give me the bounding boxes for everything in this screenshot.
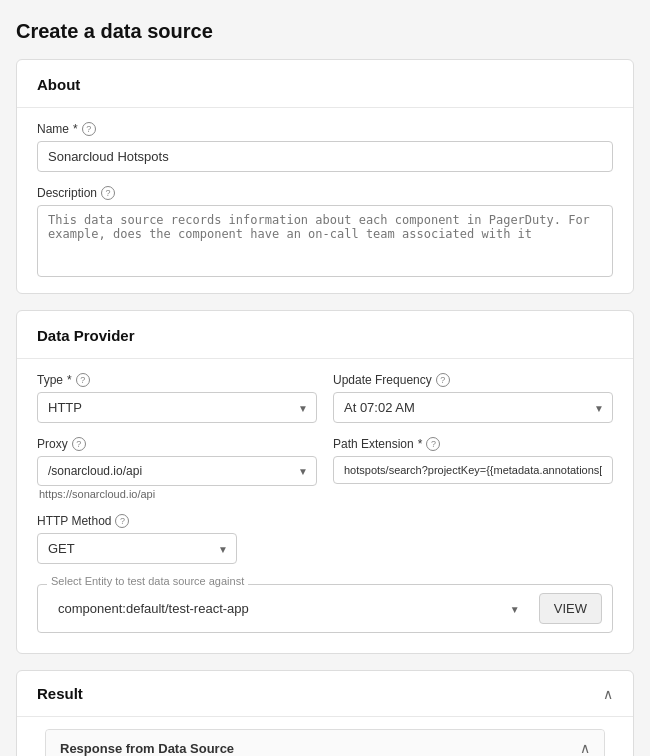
page-title: Create a data source bbox=[16, 20, 634, 43]
type-select[interactable]: HTTP REST GraphQL bbox=[37, 392, 317, 423]
update-frequency-select-wrapper: At 07:02 AM Every hour Every day ▼ bbox=[333, 392, 613, 423]
path-extension-input[interactable] bbox=[333, 456, 613, 484]
description-label: Description ? bbox=[37, 186, 613, 200]
http-method-label: HTTP Method ? bbox=[37, 514, 237, 528]
view-button[interactable]: VIEW bbox=[539, 593, 602, 624]
data-provider-section: Data Provider Type * ? HTTP REST GraphQL… bbox=[16, 310, 634, 654]
proxy-select-wrapper: /sonarcloud.io/api /github.io/api ▼ bbox=[37, 456, 317, 486]
http-method-select[interactable]: GET POST PUT DELETE bbox=[37, 533, 237, 564]
data-provider-title: Data Provider bbox=[37, 327, 613, 344]
result-collapse-icon[interactable]: ∧ bbox=[603, 686, 613, 702]
response-card: Response from Data Source ∧ Response Sta… bbox=[45, 729, 605, 756]
result-title: Result bbox=[37, 685, 83, 702]
proxy-help-icon[interactable]: ? bbox=[72, 437, 86, 451]
http-method-select-wrapper: GET POST PUT DELETE ▼ bbox=[37, 533, 237, 564]
response-collapse-icon[interactable]: ∧ bbox=[580, 740, 590, 756]
name-input[interactable] bbox=[37, 141, 613, 172]
path-extension-help-icon[interactable]: ? bbox=[426, 437, 440, 451]
response-card-title: Response from Data Source bbox=[60, 741, 234, 756]
http-method-help-icon[interactable]: ? bbox=[115, 514, 129, 528]
entity-row: Select Entity to test data source agains… bbox=[37, 584, 613, 633]
type-help-icon[interactable]: ? bbox=[76, 373, 90, 387]
type-label: Type * ? bbox=[37, 373, 317, 387]
result-header: Result ∧ bbox=[17, 671, 633, 717]
entity-select[interactable]: component:default/test-react-app compone… bbox=[48, 594, 529, 623]
name-help-icon[interactable]: ? bbox=[82, 122, 96, 136]
proxy-select[interactable]: /sonarcloud.io/api /github.io/api bbox=[37, 456, 317, 486]
entity-legend: Select Entity to test data source agains… bbox=[47, 575, 248, 587]
update-frequency-help-icon[interactable]: ? bbox=[436, 373, 450, 387]
result-section: Result ∧ Response from Data Source ∧ Res… bbox=[16, 670, 634, 756]
entity-select-wrapper: component:default/test-react-app compone… bbox=[48, 594, 529, 623]
proxy-label: Proxy ? bbox=[37, 437, 317, 451]
update-frequency-label: Update Frequency ? bbox=[333, 373, 613, 387]
proxy-subtext: https://sonarcloud.io/api bbox=[37, 488, 317, 500]
about-section: About Name * ? Description ? bbox=[16, 59, 634, 294]
response-card-header: Response from Data Source ∧ bbox=[46, 730, 604, 756]
description-textarea[interactable] bbox=[37, 205, 613, 277]
about-section-title: About bbox=[37, 76, 613, 93]
update-frequency-select[interactable]: At 07:02 AM Every hour Every day bbox=[333, 392, 613, 423]
path-extension-label: Path Extension * ? bbox=[333, 437, 613, 451]
result-body: Response from Data Source ∧ Response Sta… bbox=[17, 729, 633, 756]
type-select-wrapper: HTTP REST GraphQL ▼ bbox=[37, 392, 317, 423]
name-label: Name * ? bbox=[37, 122, 613, 136]
description-help-icon[interactable]: ? bbox=[101, 186, 115, 200]
